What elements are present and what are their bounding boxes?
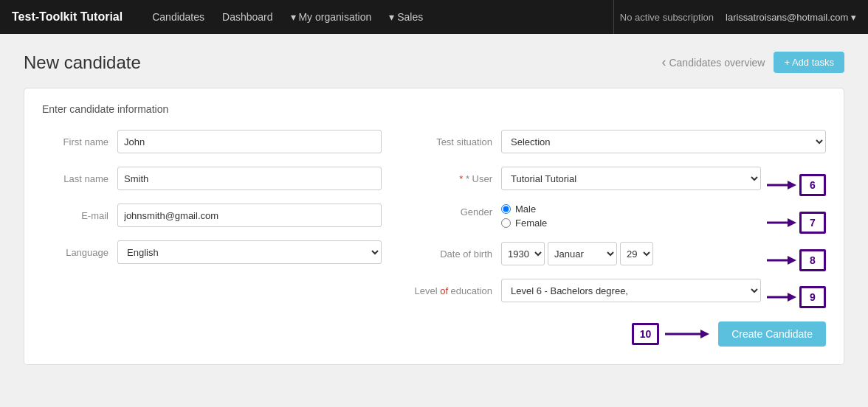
- nav-links: Candidates Dashboard ▾ My organisation ▾…: [152, 11, 607, 23]
- annotation-7-box: 7: [799, 212, 826, 234]
- user-select[interactable]: Tutorial Tutorial: [501, 167, 761, 190]
- svg-marker-7: [788, 293, 796, 302]
- email-group: E-mail: [42, 204, 382, 227]
- arrow-icon-7: [767, 215, 796, 230]
- create-candidate-button[interactable]: Create Candidate: [718, 321, 826, 347]
- arrow-icon-8: [767, 253, 796, 268]
- gender-male-radio[interactable]: [501, 204, 511, 214]
- email-label: E-mail: [42, 210, 108, 221]
- arrow-icon: [767, 178, 796, 192]
- language-select[interactable]: English Dutch French German: [117, 240, 382, 264]
- nav-my-organisation[interactable]: ▾ My organisation: [291, 11, 372, 23]
- arrow-icon-10: [665, 327, 709, 341]
- dob-selects: 1930 1931 1932 1940 1950 1960 1970 1980 …: [501, 242, 653, 265]
- last-name-input[interactable]: [117, 167, 382, 190]
- education-label: Level of education: [411, 285, 492, 296]
- education-row: Level of education Level 6 - Bachelors d…: [411, 279, 826, 316]
- first-name-input[interactable]: [117, 130, 382, 153]
- test-situation-label: Test situation: [411, 136, 492, 147]
- education-group: Level of education Level 6 - Bachelors d…: [411, 279, 761, 302]
- user-label: * * User: [411, 173, 492, 184]
- gender-label: Gender: [411, 204, 492, 218]
- annotation-9-box: 9: [799, 286, 826, 308]
- gender-row: Gender Male Female: [411, 204, 826, 242]
- app-brand: Test-Toolkit Tutorial: [12, 10, 123, 24]
- svg-marker-3: [788, 218, 796, 227]
- last-name-label: Last name: [42, 173, 108, 184]
- nav-sales[interactable]: ▾ Sales: [389, 11, 423, 23]
- gender-female-radio[interactable]: [501, 218, 511, 228]
- test-situation-group: Test situation Selection Development Coa…: [411, 130, 826, 153]
- dob-year-select[interactable]: 1930 1931 1932 1940 1950 1960 1970 1980 …: [501, 242, 545, 265]
- nav-candidates[interactable]: Candidates: [152, 11, 204, 23]
- education-select[interactable]: Level 6 - Bachelors degree, Level 1 Leve…: [501, 279, 761, 302]
- last-name-group: Last name: [42, 167, 382, 190]
- page-title: New candidate: [24, 52, 141, 73]
- annotation-6-box: 6: [799, 174, 826, 196]
- user-group: * * User Tutorial Tutorial: [411, 167, 761, 190]
- annotation-10-box: 10: [632, 323, 660, 345]
- form-left: First name Last name E-mail Language: [42, 130, 382, 347]
- svg-marker-1: [788, 181, 796, 189]
- education-of: of: [440, 285, 448, 296]
- gender-radio-group: Male Female: [501, 204, 547, 229]
- dob-group: Date of birth 1930 1931 1932 1940 1950 1…: [411, 242, 761, 265]
- gender-male-label: Male: [515, 204, 536, 215]
- header-right: Candidates overview + Add tasks: [661, 52, 844, 73]
- user-row: * * User Tutorial Tutorial 6: [411, 167, 826, 204]
- nav-divider: [613, 0, 614, 34]
- svg-marker-9: [700, 330, 709, 338]
- first-name-group: First name: [42, 130, 382, 153]
- svg-marker-5: [788, 256, 796, 265]
- gender-group: Gender Male Female: [411, 204, 761, 229]
- email-input[interactable]: [117, 204, 382, 227]
- dob-day-select[interactable]: 29 1234 5678 9101112 13141516 17181920 2…: [620, 242, 653, 265]
- navbar: Test-Toolkit Tutorial Candidates Dashboa…: [0, 0, 868, 34]
- arrow-icon-9: [767, 290, 796, 305]
- page-header: New candidate Candidates overview + Add …: [24, 52, 844, 73]
- add-tasks-button[interactable]: + Add tasks: [774, 52, 844, 73]
- language-label: Language: [42, 247, 108, 258]
- annotation-6-arrow: 6: [767, 174, 826, 196]
- subscription-status: No active subscription: [620, 12, 714, 23]
- form-card: Enter candidate information First name L…: [24, 88, 844, 365]
- page-content: New candidate Candidates overview + Add …: [0, 34, 868, 383]
- dob-month-select[interactable]: Januar Februar März April Mai Juni Juli …: [548, 242, 617, 265]
- language-group: Language English Dutch French German: [42, 240, 382, 264]
- form-section-title: Enter candidate information: [42, 103, 826, 115]
- form-columns: First name Last name E-mail Language: [42, 130, 826, 347]
- breadcrumb[interactable]: Candidates overview: [661, 55, 765, 70]
- annotation-8-arrow: 8: [767, 249, 826, 271]
- user-menu[interactable]: larissatroisans@hotmail.com ▾: [726, 12, 856, 23]
- user-required-star: *: [459, 173, 466, 184]
- test-situation-select[interactable]: Selection Development Coaching Other: [501, 130, 826, 153]
- annotation-9-arrow: 9: [767, 286, 826, 308]
- gender-male-option[interactable]: Male: [501, 204, 547, 215]
- user-label-text: * User: [466, 173, 492, 184]
- dob-row: Date of birth 1930 1931 1932 1940 1950 1…: [411, 242, 826, 279]
- nav-dashboard[interactable]: Dashboard: [222, 11, 273, 23]
- gender-female-option[interactable]: Female: [501, 218, 547, 229]
- annotation-7-arrow: 7: [767, 212, 826, 234]
- dob-label: Date of birth: [411, 248, 492, 260]
- form-bottom: 10 Create Candidate: [411, 321, 826, 347]
- nav-right: No active subscription larissatroisans@h…: [620, 12, 856, 23]
- first-name-label: First name: [42, 136, 108, 147]
- gender-female-label: Female: [515, 218, 547, 229]
- annotation-8-box: 8: [799, 249, 826, 271]
- annotation-10-container: 10: [632, 323, 710, 345]
- form-right: Test situation Selection Development Coa…: [411, 130, 826, 347]
